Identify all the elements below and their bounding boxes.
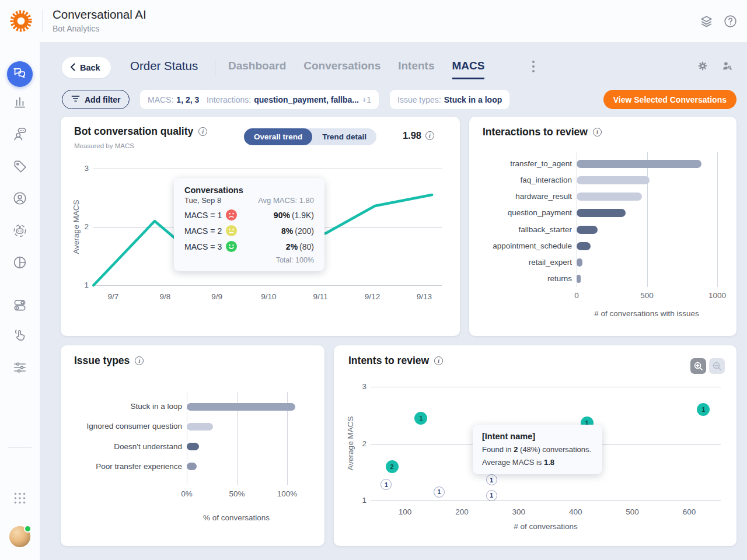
toggle-trend-detail[interactable]: Trend detail	[312, 128, 376, 145]
filter-value: Stuck in a loop	[444, 95, 502, 104]
bar[interactable]	[577, 176, 650, 184]
bar[interactable]	[187, 463, 197, 470]
scatter-point[interactable]: 1	[414, 412, 427, 425]
apps-grid-icon[interactable]	[12, 491, 27, 506]
x-tick-label: 1000	[700, 291, 735, 300]
bar-chart-icon[interactable]	[12, 94, 27, 110]
x-tick-label: 300	[501, 508, 536, 516]
y-axis-label: Average MACS	[346, 416, 355, 471]
sidebar-item-conversations[interactable]	[7, 61, 33, 87]
tab-bar: Dashboard Conversations Intents MACS	[228, 60, 484, 79]
more-options-icon[interactable]	[532, 60, 535, 72]
tab-conversations[interactable]: Conversations	[303, 60, 381, 79]
toggle-overall-trend[interactable]: Overall trend	[244, 128, 312, 145]
scatter-point[interactable]: 1	[486, 490, 497, 501]
x-tick-label: 100	[388, 508, 423, 516]
view-selected-conversations-button[interactable]: View Selected Conversations	[603, 90, 736, 109]
interactions-bar-chart: 05001000transfer_to_agentfaq_interaction…	[469, 117, 736, 336]
toggles-icon[interactable]	[12, 298, 27, 313]
filter-pill-interactions[interactable]: Interactions: question_payment, fallba..…	[199, 90, 379, 109]
bar-category-label: faq_interaction	[469, 175, 572, 186]
help-icon[interactable]	[723, 14, 738, 29]
grid-line	[647, 152, 648, 287]
card-title-text: Bot conversation quality	[74, 125, 193, 138]
scatter-point[interactable]: 1	[486, 474, 497, 485]
macs-1-count: (1.9K)	[292, 211, 314, 220]
macs-2-pct: 8%	[281, 226, 293, 236]
gesture-icon[interactable]	[12, 328, 27, 343]
tab-dashboard[interactable]: Dashboard	[228, 60, 286, 79]
y-tick-label: 3	[77, 164, 89, 173]
filter-value: question_payment, fallba...	[254, 95, 359, 104]
bar[interactable]	[577, 160, 701, 168]
bot-icon[interactable]	[12, 223, 27, 238]
pie-chart-icon[interactable]	[12, 255, 27, 270]
zoom-in-button[interactable]	[690, 358, 706, 374]
add-filter-button[interactable]: Add filter	[62, 90, 130, 109]
happy-face-icon	[226, 241, 237, 252]
macs-2-label: MACS = 2	[184, 226, 222, 236]
bar-category-label: returns	[469, 274, 572, 284]
tooltip-avg-macs: Avg MACS: 1.80	[258, 196, 314, 205]
bar[interactable]	[187, 423, 213, 430]
grid-line	[371, 501, 721, 501]
bar-category-label: Poor transfer experience	[61, 461, 182, 472]
x-tick-label: 0	[559, 291, 594, 300]
contact-icon[interactable]	[12, 191, 27, 206]
tooltip-found-line: Found in 2 (48%) conversations.	[482, 445, 593, 454]
x-axis-label: # of conversations with issues	[542, 309, 747, 318]
bar[interactable]	[577, 226, 598, 234]
y-tick-label: 2	[355, 439, 366, 448]
sliders-icon[interactable]	[12, 360, 27, 375]
tooltip-date: Tue, Sep 8	[184, 196, 221, 205]
layers-icon[interactable]	[699, 14, 714, 29]
x-tick-label: 400	[558, 508, 593, 516]
bar[interactable]	[577, 192, 642, 201]
zoom-controls	[690, 358, 725, 374]
bar[interactable]	[187, 403, 295, 411]
context-title: Order Status	[130, 59, 198, 73]
bar[interactable]	[577, 242, 591, 250]
user-avatar[interactable]	[9, 526, 30, 547]
card-subtitle: Measured by MACS	[74, 142, 134, 149]
agent-chat-icon[interactable]	[12, 127, 27, 142]
scatter-point[interactable]: 1	[434, 487, 445, 498]
settings-gear-icon[interactable]	[697, 60, 708, 72]
x-axis-label: % of conversations	[131, 513, 341, 522]
sidebar	[0, 42, 40, 560]
x-tick-label: 600	[672, 508, 707, 516]
bar-category-label: transfer_to_agent	[469, 159, 572, 169]
tag-icon[interactable]	[12, 159, 27, 174]
bar[interactable]	[187, 443, 199, 450]
bar-category-label: Stuck in a loop	[61, 401, 182, 412]
filter-label: Interactions:	[207, 95, 251, 104]
brand-logo-icon	[9, 9, 33, 33]
scatter-point[interactable]: 2	[386, 460, 399, 473]
info-icon[interactable]	[425, 131, 434, 140]
bar[interactable]	[577, 209, 626, 217]
bar[interactable]	[577, 258, 582, 267]
x-tick-label: 9/11	[301, 292, 340, 301]
tooltip-avg-line: Average MACS is 1.8	[482, 458, 593, 467]
tooltip-title: Conversations	[184, 186, 314, 195]
nav-actions	[697, 60, 733, 72]
chart-tooltip: Conversations Tue, Sep 8 Avg MACS: 1.80 …	[174, 178, 324, 271]
filter-value: 1, 2, 3	[176, 95, 199, 104]
tab-macs[interactable]: MACS	[452, 60, 485, 79]
score-value: 1.98	[403, 130, 421, 141]
x-tick-label: 9/13	[404, 292, 444, 301]
filter-pill-issue-types[interactable]: Issue types: Stuck in a loop	[390, 90, 509, 109]
user-permissions-icon[interactable]	[721, 60, 733, 72]
app-subtitle: Bot Analytics	[53, 24, 99, 33]
x-tick-label: 9/12	[352, 292, 392, 301]
scatter-point[interactable]: 1	[381, 479, 392, 490]
tab-intents[interactable]: Intents	[398, 60, 434, 79]
y-tick-label: 3	[355, 382, 366, 391]
info-icon[interactable]	[198, 127, 207, 136]
zoom-out-button[interactable]	[709, 358, 725, 374]
back-button[interactable]: Back	[62, 57, 111, 78]
scatter-point[interactable]: 1	[697, 403, 710, 416]
bar[interactable]	[577, 275, 581, 283]
filter-pill-macs[interactable]: MACS: 1, 2, 3	[140, 90, 207, 109]
card-title: Bot conversation quality	[74, 125, 207, 138]
